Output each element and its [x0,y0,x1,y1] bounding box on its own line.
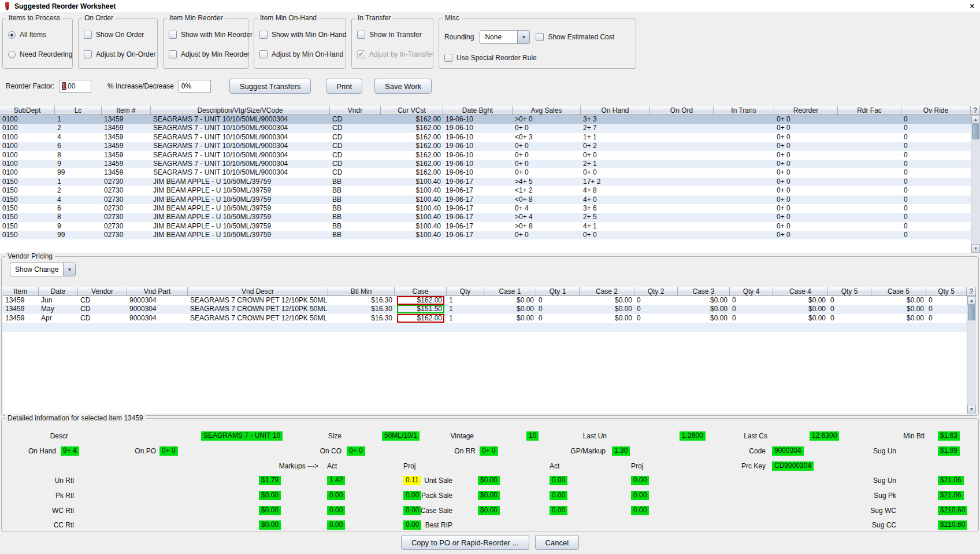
options-row: Items to Process All Items Need Reorderi… [0,12,980,72]
column-header-date[interactable]: Date [39,287,78,296]
column-header-subdept[interactable]: SubDept [0,106,55,115]
column-header-qty-2[interactable]: Qty 2 [634,287,678,296]
column-header-q[interactable]: ? [967,287,976,296]
scrollbar-thumb[interactable] [972,124,979,139]
column-header-qty-1[interactable]: Qty 1 [536,287,580,296]
detail-value-pk-rtl-2: 0.00 [403,491,421,500]
table-row[interactable]: 01009913459SEAGRAMS 7 - UNIT 10/10/50ML/… [0,168,971,177]
column-header-avg-sales[interactable]: Avg Sales [513,106,581,115]
scroll-down-icon[interactable]: ▼ [967,405,976,413]
column-header-vnd-descr[interactable]: Vnd Descr [188,287,328,296]
column-header-rdr-fac[interactable]: Rdr Fac [838,106,901,115]
table-row[interactable]: 0100213459SEAGRAMS 7 - UNIT 10/10/50ML/9… [0,124,971,132]
column-header-case-5[interactable]: Case 5 [871,287,926,296]
save-work-button[interactable]: Save Work [374,79,432,94]
suggest-transfers-button[interactable]: Suggest Transfers [229,79,311,94]
checkbox-adjust-by-on-order[interactable]: Adjust by On-Order [84,50,152,59]
increase-decrease-input[interactable] [179,80,211,93]
column-header-date-bght[interactable]: Date Bght [443,106,513,115]
table-row[interactable]: 0100913459SEAGRAMS 7 - UNIT 10/10/50ML/9… [0,160,971,168]
column-header-q[interactable]: ? [971,106,980,115]
scroll-up-icon[interactable]: ▲ [971,115,980,124]
column-header-ov-ride[interactable]: Ov Ride [901,106,971,115]
print-button[interactable]: Print [326,79,362,94]
column-header-qty[interactable]: Qty [447,287,484,296]
column-header-vendor[interactable]: Vendor [78,287,127,296]
table-cell: SEAGRAMS 7 - UNIT 10/10/50ML/9000304 [151,124,330,132]
checkbox-show-on-order[interactable]: Show On Order [84,30,152,39]
table-row[interactable]: 0150902730JIM BEAM APPLE - U 10/50ML/397… [0,222,971,231]
table-row[interactable]: 13459MayCD9000304SEAGRAMS 7 CROWN PET 12… [3,305,967,313]
scrollbar-thumb[interactable] [968,305,975,320]
table-row[interactable]: 13459AprCD9000304SEAGRAMS 7 CROWN PET 12… [3,314,967,323]
column-header-case-1[interactable]: Case 1 [484,287,536,296]
cancel-button[interactable]: Cancel [535,535,579,550]
scroll-up-icon[interactable]: ▲ [967,296,976,305]
column-header-cur-vcst[interactable]: Cur VCst [381,106,443,115]
table-row[interactable]: 0100413459SEAGRAMS 7 - UNIT 10/10/50ML/9… [0,133,971,142]
column-header-on-ord[interactable]: On Ord [650,106,714,115]
checkbox-adjust-by-in-transfer[interactable]: Adjust by In-Transfer [357,50,428,59]
column-header-case-4[interactable]: Case 4 [773,287,828,296]
group-misc: Misc Rounding None ▼ Show Estimated Cost… [439,18,636,69]
column-header-in-trans[interactable]: In Trans [714,106,774,115]
table-row[interactable]: 0150602730JIM BEAM APPLE - U 10/50ML/397… [0,204,971,213]
chevron-down-icon: ▼ [63,263,75,276]
column-header-on-hand[interactable]: On Hand [581,106,650,115]
column-header-case-3[interactable]: Case 3 [678,287,730,296]
column-header-vndr[interactable]: Vndr [330,106,381,115]
column-header-vnd-part[interactable]: Vnd Part [127,287,188,296]
table-cell [714,151,774,160]
checkbox-show-with-min-on-hand[interactable]: Show with Min On-Hand [259,30,340,39]
column-header-item[interactable]: Item [3,287,39,296]
checkbox-adjust-by-min-on-hand[interactable]: Adjust by Min On-Hand [259,50,340,59]
copy-to-po-button[interactable]: Copy to PO or Rapid-Reorder ... [401,535,529,550]
table-cell: 0 [901,168,971,177]
column-header-btl-min[interactable]: Btl Min [328,287,395,296]
table-cell: 19-06-10 [443,160,513,168]
items-table-scrollbar[interactable]: ▲ ▼ [971,115,980,253]
checkbox-show-estimated-cost[interactable]: Show Estimated Cost [536,32,614,42]
detail-label-vintage: Vintage [451,431,474,441]
table-row[interactable]: 0100813459SEAGRAMS 7 - UNIT 10/10/50ML/9… [0,151,971,160]
column-header-qty-5[interactable]: Qty 5 [926,287,967,296]
column-header-case-2[interactable]: Case 2 [580,287,634,296]
table-row[interactable]: 13459JunCD9000304SEAGRAMS 7 CROWN PET 12… [3,296,967,305]
table-cell: SEAGRAMS 7 - UNIT 10/10/50ML/9000304 [151,168,330,177]
detail-label-sug_un_top: Sug Un [873,446,896,456]
checkbox-adjust-by-min-reorder[interactable]: Adjust by Min Reorder [169,50,243,59]
checkbox-show-in-transfer[interactable]: Show In Transfer [357,30,428,39]
table-row[interactable]: 0100113459SEAGRAMS 7 - UNIT 10/10/50ML/9… [0,115,971,124]
column-header-lc[interactable]: Lc [55,106,102,115]
table-row[interactable]: 0150802730JIM BEAM APPLE - U 10/50ML/397… [0,213,971,221]
show-change-select[interactable]: Show Change ▼ [10,263,76,276]
table-row[interactable]: 0150202730JIM BEAM APPLE - U 10/50ML/397… [0,186,971,195]
checkbox-use-special-reorder-rule[interactable]: Use Special Reorder Rule [444,53,537,62]
vendor-table-scrollbar[interactable]: ▲ ▼ [967,296,976,413]
column-header-item[interactable]: Item # [102,106,151,115]
radio-need-reordering[interactable]: Need Reordering [8,50,67,59]
radio-all-items[interactable]: All Items [8,30,67,39]
table-row[interactable]: 01509902730JIM BEAM APPLE - U 10/50ML/39… [0,231,971,239]
column-header-description-vtg-size-vcode[interactable]: Description/Vtg/Size/VCode [151,106,330,115]
scroll-down-icon[interactable]: ▼ [971,244,980,253]
table-cell [650,204,714,213]
table-cell: BB [330,204,381,213]
rounding-select[interactable]: None ▼ [480,30,530,44]
checkbox-show-with-min-reorder[interactable]: Show with Min Reorder [169,30,243,39]
table-cell [714,160,774,168]
column-header-qty-4[interactable]: Qty 4 [730,287,773,296]
table-cell: BB [330,231,381,239]
table-cell [650,115,714,124]
column-header-case[interactable]: Case [395,287,447,296]
table-row[interactable]: 0150102730JIM BEAM APPLE - U 10/50ML/397… [0,178,971,186]
column-header-reorder[interactable]: Reorder [774,106,838,115]
column-header-qty-5[interactable]: Qty 5 [828,287,871,296]
close-icon[interactable]: × [970,2,975,11]
table-cell: CD [330,115,381,124]
detail-label-on_hand: On Hand [28,446,56,456]
table-cell [714,124,774,132]
table-row[interactable]: 0100613459SEAGRAMS 7 - UNIT 10/10/50ML/9… [0,142,971,150]
reorder-factor-input[interactable]: 1.00 [59,80,91,93]
table-row[interactable]: 0150402730JIM BEAM APPLE - U 10/50ML/397… [0,195,971,204]
